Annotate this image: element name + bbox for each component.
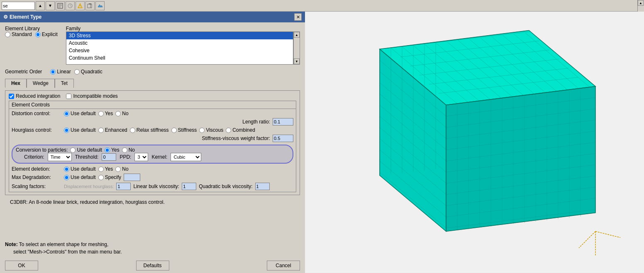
deletion-yes[interactable]: Yes xyxy=(98,166,113,172)
tab-wedge[interactable]: Wedge xyxy=(27,79,55,88)
ppd-select[interactable]: 3 4 5 xyxy=(134,153,148,161)
hourglass-stiffness-radio[interactable] xyxy=(171,128,177,133)
distortion-no[interactable]: No xyxy=(115,111,128,116)
quadratic-radio[interactable] xyxy=(74,69,80,75)
conversion-yes[interactable]: Yes xyxy=(105,147,120,153)
standard-radio-item[interactable]: Standard xyxy=(5,31,32,37)
degradation-value-input[interactable] xyxy=(124,174,140,181)
degradation-specify-radio[interactable] xyxy=(98,175,104,180)
explicit-radio-item[interactable]: Explicit xyxy=(35,31,58,37)
toolbar-icon2[interactable] xyxy=(66,1,75,10)
linear-label: Linear xyxy=(57,69,71,75)
hourglass-relax[interactable]: Relax stiffness xyxy=(130,127,169,133)
scroll-up-arrow[interactable]: ▲ xyxy=(294,32,300,38)
toolbar-down-btn[interactable]: ▼ xyxy=(46,1,55,10)
svg-rect-2 xyxy=(88,4,92,8)
hourglass-combined[interactable]: Combined xyxy=(226,127,255,133)
dialog-buttons: OK Defaults Cancel xyxy=(0,258,305,273)
hourglass-viscous[interactable]: Viscous xyxy=(199,127,223,133)
distortion-yes[interactable]: Yes xyxy=(98,111,113,116)
mesh-svg xyxy=(305,12,644,273)
hourglass-combined-radio[interactable] xyxy=(226,128,231,133)
element-library-label: Element Library xyxy=(5,26,58,31)
distortion-use-default-radio[interactable] xyxy=(64,111,69,116)
toolbar-icon1[interactable] xyxy=(56,1,65,10)
tab-hex[interactable]: Hex xyxy=(5,79,27,88)
family-item-0[interactable]: 3D Stress xyxy=(66,32,293,39)
family-label: Family xyxy=(66,26,300,31)
distortion-yes-label: Yes xyxy=(105,111,113,116)
degradation-specify[interactable]: Specify xyxy=(98,174,121,180)
linear-bulk-viscosity-input[interactable] xyxy=(182,183,196,190)
max-degradation-row: Max Degradation: Use default Specify xyxy=(12,174,293,181)
distortion-yes-radio[interactable] xyxy=(98,111,104,116)
close-button[interactable]: ✕ xyxy=(294,13,302,21)
conversion-yes-radio[interactable] xyxy=(105,147,110,153)
stiffness-viscous-input[interactable] xyxy=(273,135,293,142)
explicit-radio[interactable] xyxy=(35,32,41,37)
cancel-button[interactable]: Cancel xyxy=(267,261,300,271)
hourglass-viscous-radio[interactable] xyxy=(199,128,205,133)
conversion-use-default-radio[interactable] xyxy=(70,147,76,153)
scroll-down-arrow[interactable]: ▼ xyxy=(294,58,300,64)
conversion-no-radio[interactable] xyxy=(122,147,127,153)
deletion-no-label: No xyxy=(122,166,128,172)
reduced-integration-item[interactable]: Reduced integration xyxy=(9,93,60,99)
kernel-select[interactable]: Cubic Quadratic xyxy=(171,153,201,161)
linear-radio-item[interactable]: Linear xyxy=(50,69,71,75)
deletion-no-radio[interactable] xyxy=(115,167,121,172)
toolbar-icon3[interactable] xyxy=(76,1,85,10)
degradation-use-default-radio[interactable] xyxy=(64,175,69,180)
quadratic-bulk-viscosity-input[interactable] xyxy=(255,183,270,190)
linear-radio[interactable] xyxy=(50,69,56,75)
criterion-group: Criterion: Time Strain Stress Threshold:… xyxy=(16,153,289,161)
hourglass-enhanced[interactable]: Enhanced xyxy=(98,127,127,133)
quadratic-label: Quadratic xyxy=(81,69,102,75)
conversion-use-default-label: Use default xyxy=(77,147,102,153)
degradation-use-default[interactable]: Use default xyxy=(64,174,96,180)
defaults-button[interactable]: Defaults xyxy=(136,261,169,271)
incompatible-modes-checkbox[interactable] xyxy=(66,94,71,99)
standard-radio[interactable] xyxy=(5,32,10,37)
hourglass-relax-radio[interactable] xyxy=(130,128,135,133)
max-degradation-label: Max Degradation: xyxy=(12,174,61,180)
family-list[interactable]: 3D Stress Acoustic Cohesive Continuum Sh… xyxy=(66,31,293,65)
family-item-2[interactable]: Cohesive xyxy=(66,47,293,54)
length-ratio-input[interactable] xyxy=(273,118,293,126)
ok-button[interactable]: OK xyxy=(5,261,38,271)
deletion-no[interactable]: No xyxy=(115,166,128,172)
tab-tet[interactable]: Tet xyxy=(55,79,74,88)
hourglass-enhanced-radio[interactable] xyxy=(98,128,104,133)
conversion-use-default[interactable]: Use default xyxy=(70,147,102,153)
distortion-use-default[interactable]: Use default xyxy=(64,111,96,116)
dialog-title-text: Element Type xyxy=(10,14,41,20)
distortion-no-radio[interactable] xyxy=(115,111,121,116)
family-item-1[interactable]: Acoustic xyxy=(66,39,293,47)
linear-bulk-viscosity-label: Linear bulk viscosity: xyxy=(133,184,179,189)
hourglass-relax-label: Relax stiffness xyxy=(137,127,169,133)
hourglass-control-row: Hourglass control: Use default Enhanced xyxy=(12,127,293,133)
incompatible-modes-item[interactable]: Incompatible modes xyxy=(66,93,117,99)
criterion-select[interactable]: Time Strain Stress xyxy=(48,153,72,161)
quadratic-radio-item[interactable]: Quadratic xyxy=(74,69,102,75)
toolbar-icon4[interactable] xyxy=(85,1,95,10)
deletion-use-default-radio[interactable] xyxy=(64,167,69,172)
family-list-scrollbar[interactable]: ▲ ▼ xyxy=(293,31,300,65)
toolbar-icon5[interactable] xyxy=(95,1,105,10)
kernel-label: Kernel: xyxy=(151,154,167,160)
hourglass-stiffness[interactable]: Stiffness xyxy=(171,127,197,133)
family-item-3[interactable]: Continuum Shell xyxy=(66,54,293,62)
threshold-label: Threshold: xyxy=(75,154,99,160)
conversion-no[interactable]: No xyxy=(122,147,135,153)
toolbar-input[interactable] xyxy=(2,2,35,10)
deletion-use-default[interactable]: Use default xyxy=(64,166,96,172)
hourglass-use-default-radio[interactable] xyxy=(64,128,69,133)
element-controls-wrapper: Distortion control: Use default Yes xyxy=(9,109,296,192)
threshold-input[interactable] xyxy=(102,153,116,161)
displacement-hourglass-input[interactable] xyxy=(116,183,131,190)
dialog-title: ⚙ Element Type xyxy=(3,14,41,20)
toolbar-up-btn[interactable]: ▲ xyxy=(36,1,45,10)
hourglass-use-default[interactable]: Use default xyxy=(64,127,96,133)
reduced-integration-checkbox[interactable] xyxy=(9,94,14,99)
deletion-yes-radio[interactable] xyxy=(98,167,104,172)
